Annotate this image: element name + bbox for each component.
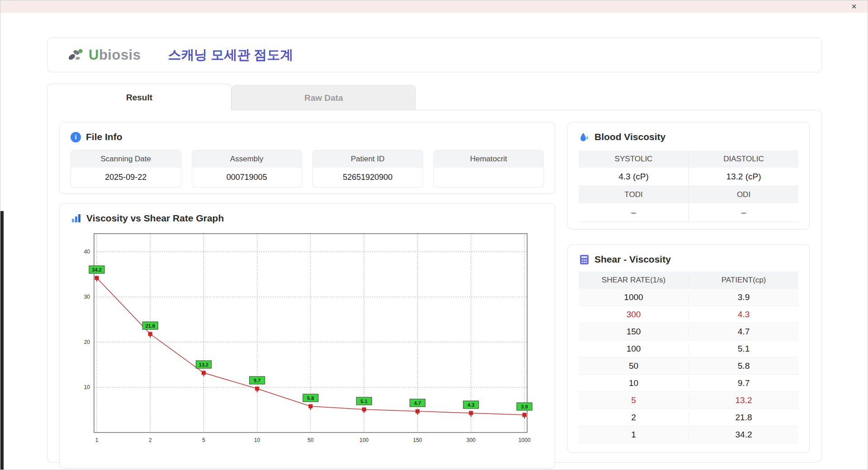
shear-viscosity-title: Shear - Viscosity: [594, 254, 671, 265]
shear-viscosity-title-row: Shear - Viscosity: [579, 254, 798, 265]
patient-cell: 5.8: [689, 361, 798, 371]
field-hematocrit: Hematocrit: [434, 150, 544, 188]
svg-text:10: 10: [254, 437, 260, 443]
bv-header-diastolic: DIASTOLIC: [689, 150, 798, 168]
svg-text:10: 10: [84, 384, 90, 390]
svg-text:100: 100: [359, 437, 368, 443]
calculator-icon: [579, 254, 590, 265]
svg-text:2: 2: [149, 437, 152, 443]
field-value: 000719005: [192, 168, 302, 187]
bv-header-todi: TODI: [579, 186, 689, 203]
table-row: 134.2: [579, 426, 798, 443]
svg-text:4.3: 4.3: [467, 402, 474, 408]
blood-viscosity-title: Blood Viscosity: [594, 132, 665, 142]
graph-title: Viscosity vs Shear Rate Graph: [86, 213, 224, 224]
shear-rate-cell: 1: [579, 430, 689, 440]
viscosity-chart: 102030401251050100150300100034.221.813.2…: [72, 229, 545, 457]
shear-rate-cell: 2: [579, 413, 689, 423]
viscosity-graph-card: Viscosity vs Shear Rate Graph 1020304012…: [59, 203, 555, 469]
field-label: Patient ID: [313, 150, 423, 168]
field-patient-id: Patient ID 52651920900: [312, 150, 423, 188]
close-button[interactable]: ×: [851, 1, 857, 11]
patient-cell: 13.2: [689, 395, 798, 405]
svg-text:34.2: 34.2: [92, 267, 101, 273]
table-row: 109.7: [579, 375, 798, 392]
ubiosis-logo: Ubiosis: [66, 47, 141, 63]
shear-rate-cell: 100: [579, 344, 689, 354]
shear-rate-cell: 5: [579, 395, 689, 405]
svg-text:20: 20: [84, 339, 90, 345]
info-icon: i: [71, 132, 81, 142]
svg-text:300: 300: [467, 437, 476, 443]
logo-letter-u: U: [89, 47, 99, 63]
result-panel: i File Info Scanning Date 2025-09-22 Ass…: [47, 110, 822, 463]
svg-text:3.9: 3.9: [521, 404, 528, 409]
droplet-icon: [579, 132, 590, 142]
svg-text:1000: 1000: [519, 437, 531, 443]
shear-rate-cell: 150: [579, 327, 689, 337]
bv-header-odi: ODI: [689, 186, 798, 203]
svg-text:9.7: 9.7: [254, 378, 260, 383]
patient-cell: 4.7: [689, 327, 798, 337]
shear-rate-cell: 50: [579, 361, 689, 371]
field-label: Scanning Date: [71, 150, 181, 168]
svg-text:5: 5: [202, 437, 205, 443]
field-label: Assembly: [192, 150, 302, 168]
column-patient: PATIENT(cp): [689, 276, 798, 285]
page-title: 스캐닝 모세관 점도계: [168, 46, 293, 64]
field-scanning-date: Scanning Date 2025-09-22: [71, 150, 181, 188]
shear-viscosity-card: Shear - Viscosity SHEAR RATE(1/s) PATIEN…: [567, 244, 810, 453]
file-info-card: i File Info Scanning Date 2025-09-22 Ass…: [59, 122, 555, 194]
app-header: Ubiosis 스캐닝 모세관 점도계: [47, 38, 822, 72]
field-assembly: Assembly 000719005: [192, 150, 302, 188]
table-row: 1005.1: [579, 340, 798, 357]
background-window-edge: [0, 211, 4, 470]
left-column: i File Info Scanning Date 2025-09-22 Ass…: [59, 122, 555, 451]
table-row: 513.2: [579, 392, 798, 409]
shear-viscosity-table-header: SHEAR RATE(1/s) PATIENT(cp): [579, 272, 798, 289]
patient-cell: 9.7: [689, 378, 798, 388]
bv-value-odi: –: [689, 203, 798, 222]
graph-title-row: Viscosity vs Shear Rate Graph: [71, 213, 544, 224]
field-value: [434, 168, 544, 187]
file-info-title: File Info: [86, 132, 123, 142]
titlebar: ×: [0, 0, 868, 13]
svg-text:13.2: 13.2: [199, 362, 208, 367]
bv-value-diastolic: 13.2 (cP): [689, 168, 798, 186]
field-label: Hematocrit: [434, 150, 544, 168]
shear-viscosity-table: SHEAR RATE(1/s) PATIENT(cp) 10003.9 3004…: [579, 272, 798, 443]
shear-rate-cell: 1000: [579, 292, 689, 302]
tab-raw-data[interactable]: Raw Data: [231, 85, 416, 110]
leaf-logo-icon: [66, 47, 85, 63]
logo-letters-rest: biosis: [99, 47, 141, 63]
svg-text:5.1: 5.1: [361, 399, 368, 404]
svg-text:150: 150: [413, 437, 422, 443]
patient-cell: 4.3: [689, 310, 798, 320]
app-window: × Ubiosis 스캐닝 모세관 점도계 Result Ra: [0, 0, 868, 470]
svg-text:5.8: 5.8: [307, 395, 314, 401]
chart-area: 102030401251050100150300100034.221.813.2…: [71, 229, 544, 459]
field-value: 52651920900: [313, 168, 423, 187]
patient-cell: 21.8: [689, 413, 798, 423]
patient-cell: 5.1: [689, 344, 798, 354]
svg-text:50: 50: [307, 437, 314, 443]
shear-viscosity-rows: 10003.9 3004.3 1504.7 1005.1 505.8 109.7…: [579, 289, 798, 443]
table-row: 505.8: [579, 357, 798, 375]
table-row: 221.8: [579, 409, 798, 426]
patient-cell: 3.9: [689, 292, 798, 302]
main-content: Ubiosis 스캐닝 모세관 점도계 Result Raw Data i Fi…: [47, 38, 822, 463]
bar-chart-icon: [71, 213, 81, 224]
svg-text:4.7: 4.7: [414, 400, 421, 406]
tab-result[interactable]: Result: [47, 84, 231, 110]
table-row: 10003.9: [579, 289, 798, 306]
blood-viscosity-table: SYSTOLIC DIASTOLIC 4.3 (cP) 13.2 (cP) TO…: [579, 150, 798, 222]
column-shear-rate: SHEAR RATE(1/s): [579, 276, 689, 285]
shear-rate-cell: 300: [579, 310, 689, 320]
logo-text: Ubiosis: [89, 47, 141, 63]
file-info-title-row: i File Info: [71, 132, 544, 142]
shear-rate-cell: 10: [579, 378, 689, 388]
blood-viscosity-title-row: Blood Viscosity: [579, 132, 798, 142]
bv-value-systolic: 4.3 (cP): [579, 168, 689, 186]
tab-bar: Result Raw Data: [47, 84, 822, 110]
right-column: Blood Viscosity SYSTOLIC DIASTOLIC 4.3 (…: [567, 122, 810, 451]
